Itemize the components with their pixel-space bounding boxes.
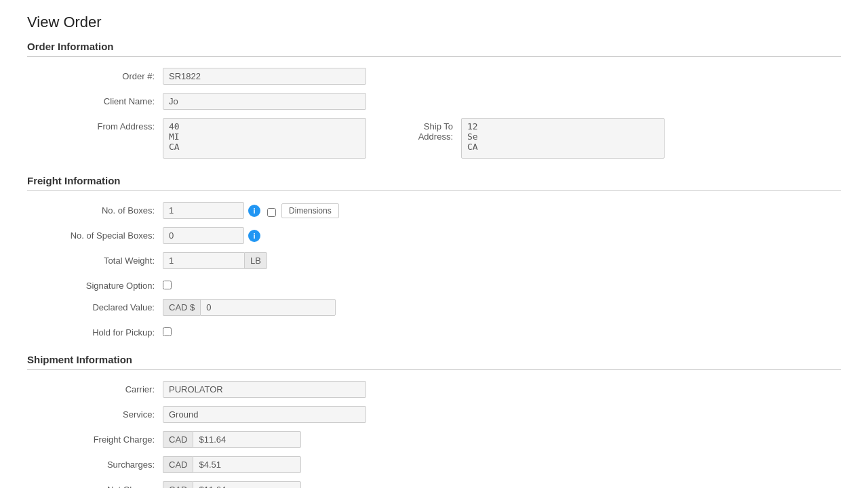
special-boxes-info-icon[interactable]: i [248,230,260,242]
ship-to-address-input[interactable]: 12 Se CA [461,118,665,159]
boxes-info-icon[interactable]: i [248,205,260,217]
client-name-label: Client Name: [27,93,163,106]
declared-value-controls: CAD $ [163,299,336,316]
order-info-heading: Order Information [27,41,841,52]
shipment-info-divider [27,369,841,370]
service-input[interactable] [163,406,366,423]
freight-information-section: Freight Information No. of Boxes: i Dime… [27,175,841,338]
page-title: View Order [27,14,841,31]
surcharges-input[interactable] [193,456,301,473]
freight-info-divider [27,190,841,191]
dimensions-checkbox[interactable] [267,208,276,217]
net-charge-input[interactable] [193,481,301,488]
carrier-label: Carrier: [27,381,163,394]
from-address-input[interactable]: 40 MI CA [163,118,366,159]
from-address-label: From Address: [27,118,163,131]
order-number-input[interactable] [163,68,366,85]
hold-for-pickup-label: Hold for Pickup: [27,324,163,338]
order-information-section: Order Information Order #: Client Name: … [27,41,841,159]
weight-unit-label: LB [244,252,267,269]
signature-option-row: Signature Option: [27,277,841,291]
freight-charge-label: Freight Charge: [27,431,163,445]
client-name-input[interactable] [163,93,366,110]
shipment-info-heading: Shipment Information [27,354,841,365]
shipment-information-section: Shipment Information Carrier: Service: F… [27,354,841,488]
total-weight-label: Total Weight: [27,252,163,266]
carrier-row: Carrier: [27,381,841,398]
service-label: Service: [27,406,163,420]
signature-option-label: Signature Option: [27,277,163,291]
ship-to-address-label: Ship To Address: [393,118,461,142]
declared-value-label: Declared Value: [27,299,163,312]
no-of-special-boxes-label: No. of Special Boxes: [27,227,163,241]
net-charge-controls: CAD [163,481,301,488]
order-number-row: Order #: [27,68,841,85]
order-info-divider [27,56,841,57]
dimensions-button[interactable]: Dimensions [281,203,339,218]
freight-charge-row: Freight Charge: CAD [27,431,841,448]
no-of-boxes-input[interactable] [163,202,244,219]
surcharges-currency: CAD [163,456,193,473]
net-charge-label: Net Charge: [27,481,163,488]
hold-for-pickup-checkbox[interactable] [163,327,172,336]
freight-charge-controls: CAD [163,431,301,448]
special-boxes-controls: i [163,227,260,244]
hold-for-pickup-row: Hold for Pickup: [27,324,841,338]
freight-charge-input[interactable] [193,431,301,448]
declared-value-input[interactable] [200,299,336,316]
declared-value-row: Declared Value: CAD $ [27,299,841,316]
declared-currency-prefix: CAD $ [163,299,200,316]
service-row: Service: [27,406,841,423]
surcharges-controls: CAD [163,456,301,473]
no-of-boxes-label: No. of Boxes: [27,202,163,216]
carrier-input[interactable] [163,381,366,398]
no-of-boxes-row: No. of Boxes: i Dimensions [27,202,841,219]
surcharges-row: Surcharges: CAD [27,456,841,473]
boxes-controls: i Dimensions [163,202,339,219]
freight-charge-currency: CAD [163,431,193,448]
total-weight-input[interactable] [163,252,244,269]
total-weight-row: Total Weight: LB [27,252,841,269]
weight-controls: LB [163,252,267,269]
no-of-special-boxes-input[interactable] [163,227,244,244]
no-of-special-boxes-row: No. of Special Boxes: i [27,227,841,244]
net-charge-row: Net Charge: CAD [27,481,841,488]
order-number-label: Order #: [27,68,163,81]
address-row: From Address: 40 MI CA Ship To Address: … [27,118,841,159]
signature-option-checkbox[interactable] [163,281,172,289]
freight-info-heading: Freight Information [27,175,841,186]
net-charge-currency: CAD [163,481,193,488]
surcharges-label: Surcharges: [27,456,163,470]
client-name-row: Client Name: [27,93,841,110]
